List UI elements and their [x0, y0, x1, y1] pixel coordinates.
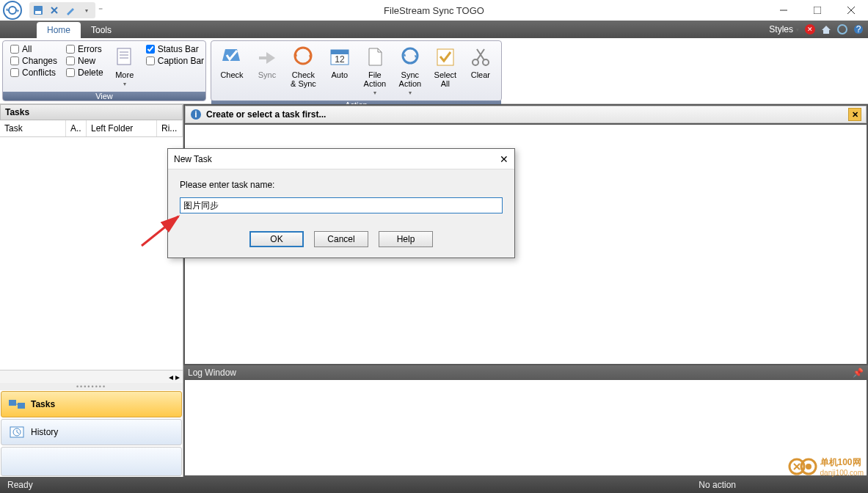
- ribbon: All Changes Conflicts Errors New Delete …: [0, 38, 868, 104]
- ribbon-group-view: All Changes Conflicts Errors New Delete …: [2, 40, 206, 101]
- cancel-button[interactable]: Cancel: [314, 231, 368, 247]
- scroll-right-icon[interactable]: ▸: [175, 372, 180, 382]
- chevron-down-icon: ▾: [409, 90, 412, 96]
- sync-button[interactable]: Sync: [251, 44, 283, 98]
- svg-rect-8: [117, 48, 131, 65]
- home-icon[interactable]: [821, 24, 831, 34]
- log-window-label: Log Window: [188, 368, 236, 378]
- close-button[interactable]: [834, 0, 868, 21]
- styles-dropdown[interactable]: Styles▾: [769, 24, 799, 34]
- quick-access-toolbar: ▾: [29, 2, 95, 18]
- ok-button[interactable]: OK: [249, 231, 304, 247]
- dialog-close-button[interactable]: ✕: [500, 153, 508, 165]
- watermark-text-2: danji100.com: [820, 469, 864, 477]
- file-action-button[interactable]: File Action▾: [359, 44, 391, 98]
- svg-text:?: ?: [856, 24, 861, 34]
- minimize-button[interactable]: [767, 0, 800, 21]
- task-list[interactable]: [0, 137, 183, 370]
- svg-point-12: [295, 48, 311, 64]
- check-sync-label: Check & Sync: [291, 70, 316, 88]
- dialog-prompt: Please enter task name:: [180, 180, 503, 190]
- svg-rect-4: [814, 7, 821, 14]
- watermark-text-1: 单机100网: [820, 456, 864, 469]
- status-bar-label: Status Bar: [158, 44, 199, 54]
- col-right-folder[interactable]: Ri...: [157, 120, 183, 136]
- sync-small-icon[interactable]: [837, 24, 847, 34]
- help-icon[interactable]: ?: [853, 24, 864, 34]
- info-close-button[interactable]: ✕: [848, 108, 861, 121]
- task-name-input[interactable]: [180, 197, 503, 213]
- styles-label: Styles: [769, 24, 793, 34]
- svg-text:i: i: [194, 109, 197, 120]
- nav-spacer: [1, 447, 182, 476]
- calendar-icon: 12: [328, 45, 351, 69]
- check-icon: [220, 45, 244, 69]
- splitter-grip[interactable]: ••••••••: [0, 383, 183, 390]
- brush-icon[interactable]: [65, 4, 76, 16]
- maximize-button[interactable]: [800, 0, 834, 21]
- check-label: Check: [220, 70, 243, 79]
- nav-history[interactable]: History: [1, 419, 182, 445]
- check-status-bar[interactable]: Status Bar: [146, 44, 204, 54]
- task-columns: Task A.. Left Folder Ri...: [0, 120, 183, 137]
- check-sync-icon: [291, 45, 315, 69]
- log-header[interactable]: Log Window 📌: [183, 365, 868, 380]
- svg-point-29: [806, 464, 812, 470]
- pin-icon[interactable]: 📌: [853, 368, 864, 378]
- col-task[interactable]: Task: [0, 120, 66, 136]
- info-icon: i: [190, 109, 202, 120]
- app-title: FileStream Sync TOGO: [384, 5, 484, 16]
- h-scrollbar[interactable]: ◂ ▸: [0, 370, 183, 383]
- check-new-label: New: [78, 56, 95, 66]
- info-bar: i Create or select a task first... ✕: [185, 106, 867, 123]
- qat-overflow[interactable]: ⁼: [98, 5, 103, 15]
- window-controls: [767, 0, 868, 21]
- more-label: More: [115, 70, 134, 79]
- scroll-left-icon[interactable]: ◂: [169, 372, 173, 382]
- check-all-label: All: [22, 44, 32, 54]
- qat-dropdown-icon[interactable]: ▾: [81, 4, 92, 16]
- svg-point-5: [838, 25, 847, 34]
- close-x-icon[interactable]: [48, 4, 60, 16]
- nav-tasks[interactable]: Tasks: [1, 391, 182, 417]
- sync-action-button[interactable]: Sync Action▾: [394, 44, 426, 98]
- statusbar: Ready No action: [0, 477, 868, 493]
- check-all[interactable]: All: [10, 44, 57, 54]
- clear-button[interactable]: Clear: [464, 44, 497, 98]
- col-a[interactable]: A..: [66, 120, 87, 136]
- dialog-title: New Task: [174, 154, 212, 164]
- check-changes[interactable]: Changes: [10, 56, 57, 66]
- status-ready: Ready: [7, 480, 33, 490]
- check-conflicts[interactable]: Conflicts: [10, 67, 57, 78]
- sync-label: Sync: [258, 70, 276, 79]
- check-button[interactable]: Check: [216, 44, 248, 98]
- file-icon: [363, 45, 387, 69]
- sync-action-label: Sync Action: [399, 70, 422, 88]
- sync-action-icon: [398, 45, 422, 69]
- more-button[interactable]: More ▾: [109, 44, 140, 89]
- more-icon: [113, 45, 136, 69]
- select-all-button[interactable]: Select All: [429, 44, 462, 98]
- tab-tools[interactable]: Tools: [81, 22, 122, 38]
- check-caption-bar[interactable]: Caption Bar: [146, 56, 204, 66]
- help-button[interactable]: Help: [379, 231, 433, 247]
- caption-bar-label: Caption Bar: [158, 56, 204, 66]
- check-new[interactable]: New: [66, 56, 103, 66]
- check-errors[interactable]: Errors: [66, 44, 103, 54]
- notif-icon[interactable]: ✕: [805, 24, 815, 34]
- dialog-titlebar[interactable]: New Task ✕: [168, 149, 514, 169]
- nav-history-label: History: [31, 427, 58, 437]
- col-left-folder[interactable]: Left Folder: [87, 120, 157, 136]
- ribbon-group-view-label: View: [3, 92, 205, 101]
- menubar: Home Tools Styles▾ ✕ ?: [0, 21, 868, 38]
- check-delete[interactable]: Delete: [66, 67, 103, 78]
- app-logo: [0, 0, 28, 21]
- log-body[interactable]: [185, 380, 867, 475]
- save-icon[interactable]: [32, 4, 44, 16]
- tab-home[interactable]: Home: [37, 22, 81, 38]
- check-sync-button[interactable]: Check & Sync: [286, 44, 321, 98]
- chevron-down-icon: ▾: [123, 81, 126, 87]
- tasks-header: Tasks: [0, 104, 183, 120]
- check-errors-label: Errors: [78, 44, 102, 54]
- auto-button[interactable]: 12Auto: [324, 44, 356, 98]
